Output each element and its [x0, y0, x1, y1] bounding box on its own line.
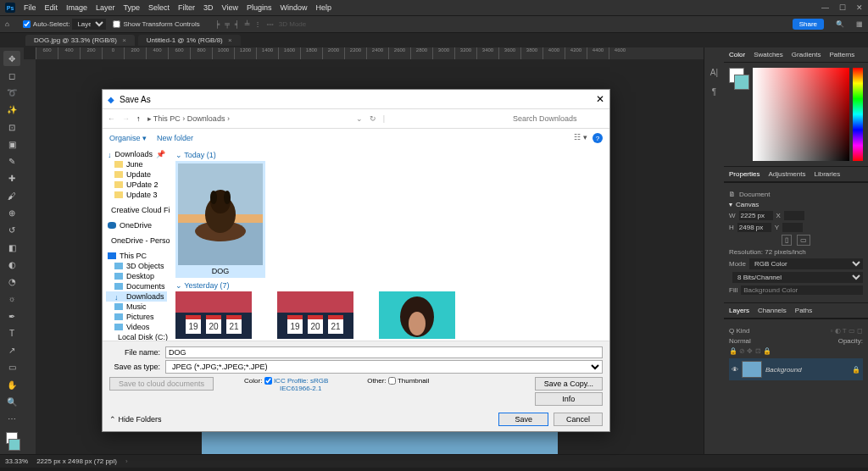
align-icon[interactable]: ╧ — [245, 20, 250, 28]
breadcrumb-folder[interactable]: Downloads — [187, 114, 225, 123]
align-icon[interactable]: ╞ — [215, 20, 220, 28]
close-tab-icon[interactable]: × — [122, 36, 126, 44]
menu-plugins[interactable]: Plugins — [247, 3, 272, 12]
file-thumb[interactable] — [379, 291, 455, 339]
menu-window[interactable]: Window — [281, 3, 308, 12]
refresh-icon[interactable]: ↻ — [370, 114, 376, 123]
tree-item[interactable]: Pictures — [106, 312, 167, 322]
menu-type[interactable]: Type — [124, 3, 141, 12]
tree-item[interactable]: Update 3 — [106, 190, 167, 200]
tree-item[interactable]: Documents — [106, 281, 167, 291]
visibility-icon[interactable]: 👁 — [732, 366, 738, 374]
search-icon[interactable]: 🔍 — [836, 20, 844, 28]
menu-view[interactable]: View — [222, 3, 238, 12]
height-input[interactable] — [737, 223, 771, 232]
tree-item[interactable]: OneDrive - Person — [106, 236, 167, 246]
type-tool-icon[interactable]: T — [3, 325, 20, 341]
tree-item[interactable]: Local Disk (C:) — [106, 332, 167, 341]
layers-tab[interactable]: Layers — [729, 307, 749, 314]
align-icon[interactable]: ╤ — [225, 20, 230, 28]
mode-select[interactable]: RGB Color — [749, 258, 863, 269]
brush-tool-icon[interactable]: 🖌 — [3, 188, 20, 203]
zoom-value[interactable]: 33.33% — [5, 457, 28, 465]
home-icon[interactable]: ⌂ — [5, 20, 9, 28]
fill-value[interactable]: Background Color — [741, 285, 863, 295]
paragraph-panel-icon[interactable]: ¶ — [712, 87, 716, 97]
patterns-tab[interactable]: Patterns — [830, 51, 855, 58]
gradients-tab[interactable]: Gradients — [792, 51, 821, 58]
file-thumb-selected[interactable]: DOG — [175, 161, 265, 278]
tree-item[interactable]: Videos — [106, 322, 167, 332]
swatches-tab[interactable]: Swatches — [754, 51, 783, 58]
character-panel-icon[interactable]: A| — [710, 68, 718, 77]
tree-item[interactable]: 3D Objects — [106, 261, 167, 271]
auto-select-checkbox[interactable] — [23, 20, 31, 28]
close-tab-icon[interactable]: × — [228, 36, 232, 44]
save-copy-button[interactable]: Save a Copy... — [535, 377, 603, 391]
tree-item[interactable]: Creative Cloud Fil — [106, 205, 167, 215]
y-input[interactable] — [782, 223, 803, 232]
layer-name[interactable]: Background — [765, 366, 802, 374]
blur-tool-icon[interactable]: ◔ — [3, 274, 20, 289]
history-tool-icon[interactable]: ↺ — [3, 223, 20, 238]
zoom-tool-icon[interactable]: 🔍 — [3, 394, 20, 409]
nav-fwd-icon[interactable]: → — [122, 114, 130, 123]
menu-select[interactable]: Select — [148, 3, 170, 12]
wand-tool-icon[interactable]: ✨ — [3, 103, 20, 118]
portrait-icon[interactable]: ▯ — [782, 235, 792, 246]
doc-tab[interactable]: Untitled-1 @ 1% (RGB/8) × — [138, 35, 241, 46]
libraries-tab[interactable]: Libraries — [815, 170, 841, 178]
kind-filter[interactable]: Q Kind — [729, 327, 749, 335]
group-yesterday[interactable]: ⌄ Yesterday (7) — [175, 281, 604, 290]
shape-tool-icon[interactable]: ▭ — [3, 360, 20, 375]
dodge-tool-icon[interactable]: ☼ — [3, 291, 20, 307]
minimize-icon[interactable]: ― — [821, 3, 829, 12]
eraser-tool-icon[interactable]: ◧ — [3, 240, 20, 255]
icc-checkbox[interactable] — [264, 377, 272, 385]
tree-item[interactable]: ↓Downloads📌 — [106, 149, 167, 159]
tree-item[interactable]: Update — [106, 169, 167, 180]
gradient-tool-icon[interactable]: ◐ — [3, 257, 20, 272]
tree-item-selected[interactable]: ↓Downloads — [106, 291, 167, 302]
color-tab[interactable]: Color — [729, 51, 745, 58]
move-tool-icon[interactable]: ✥ — [3, 51, 20, 66]
tree-item[interactable]: UPdate 2 — [106, 180, 167, 190]
edit-toolbar-icon[interactable]: ⋯ — [3, 412, 20, 427]
menu-edit[interactable]: Edit — [45, 3, 58, 12]
tree-item[interactable]: OneDrive — [106, 220, 167, 230]
paths-tab[interactable]: Paths — [795, 307, 812, 314]
show-transform-checkbox[interactable] — [113, 20, 120, 28]
menu-3d[interactable]: 3D — [203, 3, 214, 12]
mode-icon[interactable]: 3D Mode — [279, 20, 306, 28]
hand-tool-icon[interactable]: ✋ — [3, 377, 20, 392]
tree-item[interactable]: This PC — [106, 251, 167, 261]
background-color-swatch[interactable] — [8, 439, 20, 451]
depth-select[interactable]: 8 Bits/Channel — [732, 272, 863, 283]
maximize-icon[interactable]: ☐ — [839, 3, 846, 12]
bg-swatch[interactable] — [734, 75, 749, 90]
breadcrumb-pc[interactable]: This PC — [153, 114, 181, 123]
marquee-tool-icon[interactable]: ◻ — [3, 68, 20, 83]
group-today[interactable]: ⌄ Today (1) — [175, 151, 604, 159]
hue-slider[interactable] — [853, 68, 863, 161]
color-field[interactable] — [753, 68, 849, 161]
x-input[interactable] — [784, 211, 804, 220]
stamp-tool-icon[interactable]: ⊕ — [3, 205, 20, 220]
pen-tool-icon[interactable]: ✒ — [3, 308, 20, 324]
organise-button[interactable]: Organise ▾ — [109, 134, 147, 142]
auto-select-dropdown[interactable]: Layer — [72, 19, 106, 30]
frame-tool-icon[interactable]: ▣ — [3, 136, 20, 152]
menu-image[interactable]: Image — [66, 3, 87, 12]
landscape-icon[interactable]: ▭ — [797, 235, 810, 246]
adjustments-tab[interactable]: Adjustments — [768, 170, 805, 178]
search-input[interactable] — [511, 113, 604, 125]
info-button[interactable]: Info — [535, 392, 603, 406]
savetype-select[interactable]: JPEG (*.JPG;*.JPEG;*.JPE) — [165, 360, 603, 374]
layer-thumbnail[interactable] — [742, 361, 762, 378]
new-folder-button[interactable]: New folder — [157, 134, 193, 142]
crop-tool-icon[interactable]: ⊡ — [3, 119, 20, 135]
blend-mode[interactable]: Normal — [729, 337, 751, 345]
tree-item[interactable]: Music — [106, 302, 167, 312]
doc-tab-active[interactable]: DOG.jpg @ 33.3% (RGB/8) × — [25, 35, 135, 46]
menu-file[interactable]: File — [24, 3, 36, 12]
